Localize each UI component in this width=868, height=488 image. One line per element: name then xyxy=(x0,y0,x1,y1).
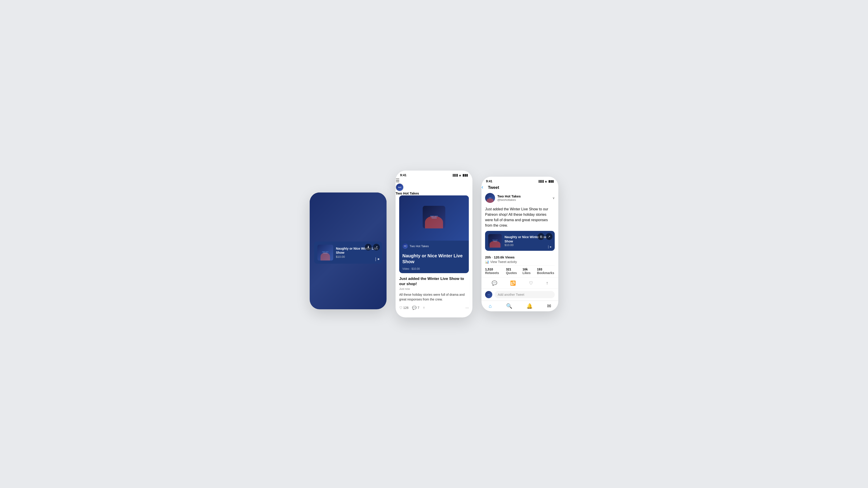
phone3-status-bar: 9:41 ▐▐▐▐ ▲ ▮▮▮ xyxy=(482,177,558,184)
avatar-silhouette xyxy=(487,198,494,203)
phone2-status-bar: 9:41 ▐▐▐▐ ▲ ▮▮▮ xyxy=(396,170,472,178)
battery-icon: ▮▮▮ xyxy=(548,180,554,183)
tweet-download-icon[interactable]: ⬇ xyxy=(537,233,544,240)
tweet-counts: 1,510 Retweets 321 Quotes 16k Likes 193 … xyxy=(485,265,555,275)
post-card-media[interactable]: TWO HOTTAKES THT Two Hot Takes Naughty o… xyxy=(399,195,469,273)
post-small-avatar: THT xyxy=(402,243,408,249)
tweet-nav-title: Tweet xyxy=(488,185,499,190)
download-icon[interactable]: ⬇ xyxy=(365,244,372,251)
product-thumb-inner: TWO HOTTAKES xyxy=(317,245,333,260)
comment-action[interactable]: 💬 7 xyxy=(412,306,419,310)
product-card: ⬇ ↗ TWO HOTTAKES Naughty or Nice Winter … xyxy=(314,241,382,264)
like-icon: ♡ xyxy=(399,306,402,310)
creator-row: THT Two Hot Takes xyxy=(396,183,472,195)
share-icon: ↑ xyxy=(423,306,425,310)
tweet-stats-row: 20h · 120.6k Views 📊 View Tweet activity… xyxy=(482,254,558,278)
post-headline: Just added the Winter Live Show to our s… xyxy=(399,276,469,286)
tweet-body: Just added the Winter Live Show to our P… xyxy=(482,205,558,231)
battery-icon: ▮▮▮ xyxy=(463,173,468,177)
comment-icon: 💬 xyxy=(412,306,416,310)
card-top-icons: ⬇ ↗ xyxy=(365,244,380,251)
phone3-status-icons: ▐▐▐▐ ▲ ▮▮▮ xyxy=(538,180,554,183)
reply-input[interactable]: Add another Tweet xyxy=(495,291,555,298)
product-thumbnail: TWO HOTTAKES xyxy=(317,245,333,260)
tweet-card-icons: ⬇ ↗ xyxy=(537,233,553,240)
post-card-title: Naughty or Nice Winter Live Show xyxy=(399,252,469,267)
comment-count: 7 xyxy=(417,306,419,310)
post-text-section: Just added the Winter Live Show to our s… xyxy=(396,273,472,302)
tweet-views-stat: 20h · 120.6k Views xyxy=(485,255,555,259)
follow-dropdown[interactable]: ∨ xyxy=(553,196,555,200)
reply-avatar: THT xyxy=(485,291,492,298)
notifications-nav-button[interactable]: 🔔 xyxy=(526,303,532,309)
share-icon[interactable]: ↗ xyxy=(373,244,380,251)
tweet-author-row: THT Two Hot Takes @twohottakes ∨ xyxy=(482,190,558,205)
phone-3: 9:41 ▐▐▐▐ ▲ ▮▮▮ ‹ Tweet THT Two Hot Take… xyxy=(482,177,558,311)
home-nav-button[interactable]: ⌂ xyxy=(489,303,492,309)
tweet-author-name: Two Hot Takes xyxy=(497,194,550,198)
retweet-count: 1,510 Retweets xyxy=(485,267,502,275)
retweet-action-button[interactable]: 🔁 xyxy=(510,281,516,286)
tweet-share-icon[interactable]: ↗ xyxy=(546,233,553,240)
signal-icon: ▐▐▐▐ xyxy=(452,174,458,176)
creator-avatar: THT xyxy=(396,183,404,191)
back-button[interactable]: ‹ xyxy=(482,184,483,190)
like-count: 16k Likes xyxy=(523,267,533,275)
phone2-top-bar: ☰ xyxy=(396,178,472,183)
reply-action-button[interactable]: 💬 xyxy=(492,281,497,286)
quote-count: 321 Quotes xyxy=(506,267,519,275)
wifi-icon: ▲ xyxy=(544,180,548,183)
patreon-icon: | ● xyxy=(375,257,380,261)
post-body: All these holiday stories were full of d… xyxy=(399,292,469,302)
bottom-nav: ⌂ 🔍 🔔 ✉ xyxy=(482,301,558,311)
post-card-creator: Two Hot Takes xyxy=(410,245,429,248)
avatar-inner: THT xyxy=(396,184,403,191)
tweet-actions-row: 💬 🔁 ♡ ↑ xyxy=(482,278,558,289)
phone-1: 9:41 ▐▐▐▐ ▲ ▮▮▮ ‹ THT Two Hot Takes ··· … xyxy=(310,193,386,309)
post-card-pill: Video · $10.00 xyxy=(399,267,469,273)
share-action-button[interactable]: ↑ xyxy=(546,281,548,286)
view-activity[interactable]: 📊 View Tweet activity xyxy=(485,260,555,264)
like-action[interactable]: ♡ 126 xyxy=(399,306,408,310)
product-price: $10.00 xyxy=(336,255,379,258)
tweet-author-avatar: THT xyxy=(485,193,495,203)
more-action[interactable]: ··· xyxy=(465,305,469,310)
post-card-image: TWO HOTTAKES xyxy=(399,195,469,240)
tweet-patreon-icon: | ● xyxy=(548,245,552,249)
creator-name: Two Hot Takes xyxy=(396,191,419,195)
reply-box: THT Add another Tweet xyxy=(482,289,558,301)
tweet-author-info: Two Hot Takes @twohottakes xyxy=(497,194,550,201)
tweet-media-price: $10.00 xyxy=(504,243,552,247)
like-count: 126 xyxy=(403,306,408,310)
post-show-thumbnail: TWO HOTTAKES xyxy=(423,206,445,228)
search-nav-button[interactable]: 🔍 xyxy=(506,303,512,309)
reply-placeholder: Add another Tweet xyxy=(498,293,524,296)
tweet-author-handle: @twohottakes xyxy=(497,198,550,201)
post-timestamp: Just now xyxy=(399,287,469,291)
scene: 9:41 ▐▐▐▐ ▲ ▮▮▮ ‹ THT Two Hot Takes ··· … xyxy=(296,157,572,331)
tweet-media-card[interactable]: ⬇ ↗ TWO HOTTAKES Naughty or Nice Winter … xyxy=(485,231,555,251)
phone-2: 9:41 ▐▐▐▐ ▲ ▮▮▮ ☰ THT Two Hot Takes TWO … xyxy=(396,170,472,317)
post-card-meta: THT Two Hot Takes xyxy=(399,240,469,252)
phone3-time: 9:41 xyxy=(486,180,492,183)
phone2-time: 9:41 xyxy=(400,173,406,177)
signal-icon: ▐▐▐▐ xyxy=(538,180,544,183)
wifi-icon: ▲ xyxy=(458,173,462,177)
hamburger-menu-icon[interactable]: ☰ xyxy=(396,178,400,183)
phone2-status-icons: ▐▐▐▐ ▲ ▮▮▮ xyxy=(452,173,468,177)
tweet-nav: ‹ Tweet xyxy=(482,184,558,190)
like-action-button[interactable]: ♡ xyxy=(529,281,533,286)
messages-nav-button[interactable]: ✉ xyxy=(547,303,551,309)
share-action[interactable]: ↑ xyxy=(423,306,425,310)
activity-icon: 📊 xyxy=(485,260,489,264)
tweet-media-thumbnail: TWO HOTTAKES xyxy=(488,234,502,248)
post-actions: ♡ 126 💬 7 ↑ ··· xyxy=(396,303,472,313)
bookmark-count: 193 Bookmarks xyxy=(537,267,555,275)
